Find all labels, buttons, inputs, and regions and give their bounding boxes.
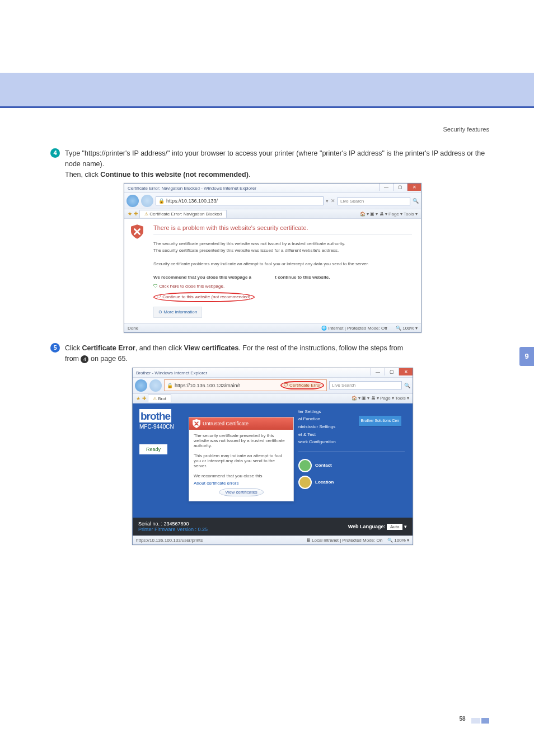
step-5: 5 Click Certificate Error, and then clic… — [50, 343, 495, 364]
ie-toolbar-icons[interactable]: 🏠 ▾ ▣ ▾ 🖶 ▾ Page ▾ Tools ▾ — [352, 396, 409, 401]
back-button[interactable] — [127, 195, 139, 207]
forward-button[interactable] — [141, 195, 153, 207]
status-middle: Local intranet | Protected Mode: On — [312, 538, 382, 543]
link-function[interactable]: al Function — [298, 416, 320, 421]
step4-bold: Continue to this website (not recommende… — [100, 171, 249, 179]
view-certificates-button[interactable]: View certificates — [219, 488, 264, 496]
contact-icon — [298, 459, 312, 472]
maximize-button[interactable]: ▢ — [385, 368, 399, 375]
about-cert-errors-link[interactable]: About certificate errors — [194, 481, 289, 486]
status-url: https://10.136.100.133/user/prints — [136, 538, 203, 543]
continue-website-link[interactable]: Continue to this website (not recommende… — [162, 294, 251, 299]
ie-window-1: Certificate Error: Navigation Blocked - … — [124, 183, 421, 333]
popup-p3: We recommend that you close this — [194, 473, 289, 478]
ssl-icon: 🔒 — [158, 198, 165, 204]
popup-p2: This problem may indicate an attempt to … — [194, 453, 289, 468]
forward-button[interactable] — [149, 379, 162, 392]
intranet-zone-icon: 🖥 — [306, 538, 311, 543]
step4-text-2c: . — [249, 171, 250, 179]
location-row[interactable]: Location — [298, 476, 405, 489]
step5-f: on page 65. — [88, 355, 128, 363]
link-test[interactable]: et & Test — [298, 432, 316, 437]
screenshot-1-wrap: Certificate Error: Navigation Blocked - … — [50, 183, 495, 333]
ie-toolbar-icons[interactable]: 🏠 ▾ ▣ ▾ 🖶 ▾ Page ▾ Tools ▾ — [360, 212, 418, 217]
ie-page-body: There is a problem with this website's s… — [124, 219, 421, 323]
cert-p3: Security certificate problems may indica… — [153, 261, 412, 267]
serial-label: Serial no. : — [138, 521, 162, 527]
search-box[interactable]: Live Search — [338, 197, 410, 205]
link-network[interactable]: work Configuration — [298, 439, 336, 444]
brother-logo: brothe — [139, 409, 171, 422]
screenshot-2-wrap: Brother - Windows Internet Explorer — ▢ … — [50, 368, 495, 545]
status-zoom: 100% — [402, 326, 414, 331]
page-number: 58 — [459, 716, 465, 722]
cert-recommend: We recommend that you close this webpage… — [153, 274, 412, 281]
step5-e: . For the rest of the instructions, foll… — [238, 344, 403, 352]
contact-label: Contact — [315, 462, 332, 469]
search-icon[interactable]: 🔍 — [404, 383, 410, 388]
solutions-center-button[interactable]: Brother Solutions Cen — [359, 416, 401, 426]
tools-label: Page ▾ Tools ▾ — [388, 212, 418, 217]
cert-error-label: Certificate Error — [289, 383, 321, 388]
minimize-button[interactable]: — — [371, 368, 385, 375]
window-title-bar-2: Brother - Windows Internet Explorer — ▢ … — [133, 368, 413, 378]
browser-tab[interactable]: ⚠ Certificate Error: Navigation Blocked — [139, 210, 227, 218]
shield-error-icon — [193, 419, 200, 428]
step5-c: , and then click — [135, 344, 184, 352]
search-box[interactable]: Live Search — [329, 381, 402, 389]
favorites-icon[interactable]: ★ — [128, 211, 132, 217]
window-title-2: Brother - Windows Internet Explorer — [136, 370, 207, 375]
brother-admin-panel: brothe MFC-9440CN Ready Brother Solution… — [133, 403, 413, 518]
decorative-header-band — [0, 73, 534, 108]
certificate-error-button[interactable]: 🛡 Certificate Error — [280, 381, 324, 389]
browser-tab-2[interactable]: ⚠ Brot — [148, 395, 171, 402]
status-left: Done — [128, 326, 138, 331]
contact-row[interactable]: Contact — [298, 459, 405, 472]
address-bar[interactable]: 🔒 https://10.136.100.133/ — [156, 196, 324, 205]
link-settings[interactable]: ter Settings — [298, 409, 321, 414]
firmware-version: Printer Firmware Version : 0.25 — [138, 527, 208, 532]
url: https://10.136.100.133/main/r — [175, 383, 279, 388]
close-webpage-link[interactable]: Click here to close this webpage. — [159, 284, 224, 289]
cert-warning-icon: ⚠ — [153, 396, 157, 401]
more-info-label: More information — [163, 309, 197, 314]
minimize-button[interactable]: — — [379, 184, 393, 191]
untrusted-cert-popup: Untrusted Certificate The security certi… — [189, 417, 294, 501]
window-title-bar: Certificate Error: Navigation Blocked - … — [124, 184, 421, 193]
ie-window-2: Brother - Windows Internet Explorer — ▢ … — [132, 368, 413, 545]
popup-p1: The security certificate presented by th… — [194, 433, 289, 448]
window-buttons: — ▢ ✕ — [379, 184, 421, 191]
step4-text-2a: Then, click — [65, 171, 100, 179]
add-favorite-icon[interactable]: ✚ — [142, 396, 147, 401]
popup-title: Untrusted Certificate — [203, 421, 249, 426]
status-bar-2: https://10.136.100.133/user/prints 🖥 Loc… — [133, 536, 413, 544]
address-bar-2[interactable]: 🔒 https://10.136.100.133/main/r 🛡 Certif… — [164, 379, 327, 391]
maximize-button[interactable]: ▢ — [393, 184, 407, 191]
step-4: 4 Type "https://printer's IP address/" i… — [50, 148, 495, 180]
view-cert-label: View certificates — [225, 490, 257, 495]
web-language-select[interactable]: Auto — [387, 524, 402, 530]
back-button[interactable] — [135, 379, 147, 392]
page-decoration — [471, 716, 489, 721]
step-ref-icon: 4 — [81, 355, 88, 363]
url: https://10.136.100.133/ — [166, 198, 218, 204]
favorites-icon[interactable]: ★ — [136, 396, 140, 401]
step-number-5: 5 — [50, 343, 60, 353]
add-favorite-icon[interactable]: ✚ — [134, 211, 138, 217]
cert-warning-icon: ⚠ — [144, 212, 148, 217]
shield-warn-icon: 🛡 — [157, 294, 161, 299]
cert-rec-b: t continue to this website. — [275, 275, 330, 280]
cert-error-heading: There is a problem with this website's s… — [153, 224, 412, 235]
more-info-toggle[interactable]: ⊙ More information — [153, 307, 202, 318]
step5-a: Click — [65, 344, 82, 352]
highlighted-continue-link: 🛡 Continue to this website (not recommen… — [153, 292, 255, 302]
cert-rec-a: We recommend that you close this webpage… — [153, 275, 251, 280]
web-language-label: Web Language: — [348, 524, 386, 529]
search-icon[interactable]: 🔍 — [413, 198, 419, 204]
ie-nav-bar-2: 🔒 https://10.136.100.133/main/r 🛡 Certif… — [133, 378, 413, 394]
page-footer: 58 — [0, 713, 534, 740]
link-admin[interactable]: ninistrator Settings — [298, 424, 335, 429]
footer-info-bar: Serial no. : 234567890 Printer Firmware … — [133, 518, 413, 536]
close-button[interactable]: ✕ — [407, 184, 421, 191]
close-button[interactable]: ✕ — [399, 368, 413, 375]
